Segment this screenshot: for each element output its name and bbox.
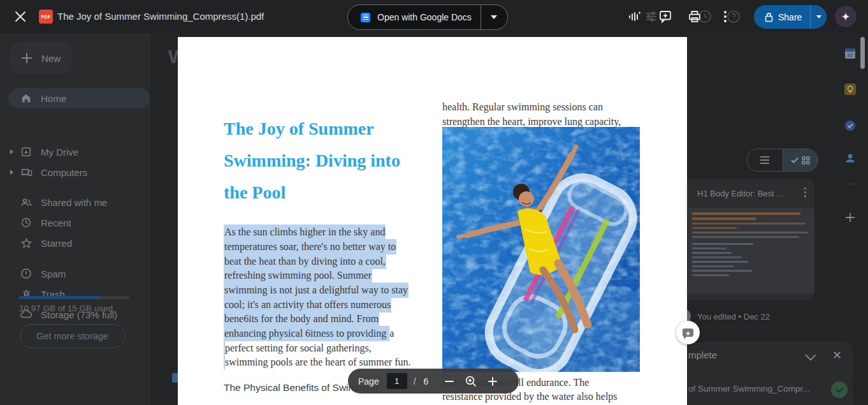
gemini-button[interactable] (835, 6, 857, 27)
clock-ghost-icon (697, 8, 713, 25)
zoom-in-button[interactable] (482, 371, 503, 392)
get-more-storage-button[interactable]: Get more storage (20, 324, 125, 348)
selected-text: bene6its for the body and mind. From (224, 311, 379, 327)
my-drive-icon (20, 146, 33, 158)
storage-progress-fill (19, 296, 101, 299)
sidebar-item-shared-with-me[interactable]: Shared with me (0, 192, 150, 212)
document-title-line: The Joy of Summer (224, 119, 374, 139)
paragraph-text: a (389, 328, 394, 339)
add-comment-button[interactable] (655, 4, 676, 29)
expand-caret-icon[interactable] (10, 149, 13, 154)
gemini-sparkle-icon (839, 10, 852, 23)
expand-caret-icon[interactable] (10, 170, 13, 175)
panel-scrollbar[interactable] (860, 37, 865, 69)
svg-text:31: 31 (848, 52, 853, 58)
sidebar-item-my-drive[interactable]: My Drive (0, 142, 150, 162)
zoom-reset-button[interactable] (460, 371, 482, 392)
share-dropdown[interactable] (811, 15, 827, 18)
plus-icon (20, 52, 33, 64)
collapse-chevron-icon[interactable] (806, 350, 816, 361)
pdf-page: The Joy of Summer Swimming: Diving into … (178, 37, 687, 405)
keep-icon[interactable] (844, 84, 856, 95)
sidebar-item-starred[interactable]: Starred (0, 233, 150, 253)
sidebar-item-spam[interactable]: Spam (0, 263, 150, 284)
open-with-google-docs-button[interactable]: Open with Google Docs (347, 4, 508, 30)
sidebar-item-recent[interactable]: Recent (0, 212, 150, 233)
document-title-line: the Pool (224, 182, 286, 203)
people-icon (20, 196, 33, 209)
selected-text: refreshing swimming pool. Summer (224, 268, 372, 283)
grid-icon (802, 156, 810, 165)
open-with-dropdown[interactable] (481, 15, 507, 19)
total-pages: 6 (424, 376, 429, 387)
storage-usage-text: 10.97 GB of 15 GB used (19, 304, 113, 313)
sidebar-item-trash[interactable]: Trash (0, 284, 150, 304)
selected-text: temperatures soar, there's no better way… (224, 239, 396, 254)
star-icon (20, 237, 33, 249)
google-docs-icon (361, 13, 370, 22)
calendar-icon[interactable]: 31 (844, 48, 856, 59)
paragraph-text-cut: Swimming is one of the most effective fo… (224, 402, 402, 405)
pool-photo (442, 127, 640, 372)
comment-plus-icon: + (683, 328, 693, 337)
alert-icon (20, 268, 33, 279)
contacts-icon[interactable] (844, 152, 856, 164)
computers-icon (20, 166, 33, 179)
rail-divider (845, 184, 855, 184)
storage-progress-bar (19, 296, 129, 299)
view-toggle (747, 149, 818, 172)
document-title-line: Swimming: Diving into (224, 151, 400, 171)
lock-icon (765, 12, 773, 22)
page-toolbar: Page / 6 (348, 369, 519, 394)
page-number-input[interactable] (387, 373, 407, 389)
paragraph-text: swimming pools are the heart of summer f… (225, 357, 411, 367)
file-edited-text: You edited • Dec 22 (697, 312, 770, 321)
waveform-sparkle-icon (627, 9, 642, 24)
list-view-button[interactable] (748, 149, 783, 171)
sidebar-item-computers[interactable]: Computers (0, 162, 150, 182)
selected-text: beat the heat than by diving into a cool… (224, 254, 386, 269)
file-title: The Joy of Summer Swimming_Compress(1).p… (57, 11, 264, 22)
preview-topbar: PDF The Joy of Summer Swimming_Compress(… (0, 0, 868, 33)
drive-sidebar: New Home My Drive Computers Shared with … (0, 33, 150, 405)
file-card-title: H1 Body Editor: Best ... (697, 189, 783, 198)
page-label: Page (358, 376, 379, 387)
new-button[interactable]: New (10, 42, 72, 74)
paragraph-text: health. Regular swimming sessions can (442, 99, 603, 114)
panel-add-icon[interactable] (845, 212, 855, 223)
close-icon (15, 11, 26, 22)
add-comment-fab[interactable]: + (676, 321, 700, 344)
list-icon (760, 156, 770, 165)
check-icon (791, 157, 799, 163)
pdf-file-icon: PDF (39, 10, 53, 24)
paragraph-text: perfect setting for social gatherings, (225, 342, 372, 353)
share-button[interactable]: Share (754, 5, 827, 29)
chevron-down-icon (816, 15, 821, 18)
page-divider: / (414, 376, 416, 387)
upload-status-card: mplete ✕ of Summer Swimming_Compr... (663, 342, 853, 405)
grid-view-button[interactable] (783, 149, 818, 171)
selected-text: cool; it's an activity that offers numer… (224, 297, 391, 313)
upload-status-header: mplete (688, 350, 717, 360)
file-card-preview (688, 208, 814, 293)
selected-text: enhancing physical 6itness to providing (224, 326, 389, 341)
chevron-down-icon (491, 15, 497, 19)
uploaded-file-name[interactable]: of Summer Swimming_Compr... (688, 384, 810, 394)
sidebar-item-home[interactable]: Home (8, 88, 150, 108)
help-ghost-icon (725, 8, 742, 25)
home-icon (20, 92, 33, 104)
close-preview-button[interactable] (10, 6, 31, 27)
selected-text: swimming is not just a delightful way to… (224, 283, 409, 298)
comment-add-icon (658, 10, 672, 24)
new-label: New (41, 53, 61, 64)
selected-text: As the sun climbs higher in the sky and (224, 225, 386, 240)
clock-icon (20, 217, 33, 228)
upload-success-icon (831, 381, 848, 398)
more-options-icon[interactable] (804, 188, 806, 197)
zoom-out-button[interactable] (438, 371, 460, 392)
tasks-icon[interactable] (844, 120, 856, 131)
close-upload-icon[interactable]: ✕ (832, 348, 842, 362)
drive-pdf-preview: W New Home My Drive Computers Shared wit… (0, 0, 868, 405)
